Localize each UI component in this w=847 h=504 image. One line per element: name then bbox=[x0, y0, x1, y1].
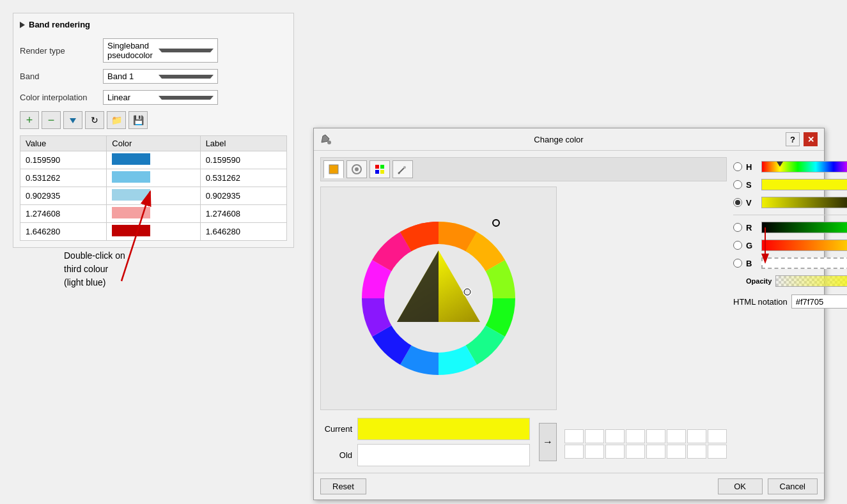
save-button[interactable]: 💾 bbox=[128, 111, 148, 129]
color-interp-value: Linear bbox=[107, 93, 156, 102]
opacity-slider[interactable] bbox=[775, 275, 847, 287]
b-radio[interactable] bbox=[733, 259, 742, 268]
r-radio[interactable] bbox=[733, 223, 742, 232]
s-radio[interactable] bbox=[733, 180, 742, 189]
slider-divider bbox=[733, 215, 847, 215]
b-slider-row: B 5 ▲ ▼ bbox=[733, 256, 847, 270]
v-slider[interactable] bbox=[761, 197, 847, 208]
table-cell-value: 1.274608 bbox=[20, 205, 107, 223]
preview-labels-swatches: Current Old bbox=[320, 418, 530, 466]
g-radio[interactable] bbox=[733, 241, 742, 250]
v-radio[interactable] bbox=[733, 198, 742, 207]
tab-square[interactable] bbox=[323, 160, 344, 178]
r-slider[interactable] bbox=[761, 222, 847, 233]
old-row: Old bbox=[320, 444, 530, 466]
table-cell-label: 0.902935 bbox=[200, 187, 286, 205]
svg-point-13 bbox=[398, 172, 400, 174]
swatch-cell[interactable] bbox=[667, 429, 686, 443]
color-interp-label: Color interpolation bbox=[20, 93, 103, 102]
tab-wheel[interactable] bbox=[346, 160, 367, 178]
help-button[interactable]: ? bbox=[786, 132, 800, 146]
b-slider[interactable] bbox=[761, 257, 847, 269]
svg-rect-4 bbox=[329, 165, 338, 174]
color-interp-select[interactable]: Linear bbox=[103, 90, 218, 105]
dialog-body: Current Old → bbox=[314, 151, 824, 473]
section-title: Band rendering bbox=[29, 20, 90, 29]
color-interp-row: Color interpolation Linear bbox=[20, 90, 287, 105]
swatch-cell[interactable] bbox=[605, 445, 625, 459]
svg-point-18 bbox=[493, 220, 499, 226]
current-swatch bbox=[357, 418, 530, 440]
swatch-cell[interactable] bbox=[585, 429, 604, 443]
tab-picker[interactable] bbox=[392, 160, 413, 178]
cancel-button[interactable]: Cancel bbox=[768, 478, 818, 494]
swatch-cell[interactable] bbox=[646, 429, 665, 443]
color-swatch bbox=[112, 153, 150, 165]
dialog-right: H 60° ▲ ▼ S 98% ▲ ▼ bbox=[733, 157, 847, 466]
table-cell-color bbox=[107, 151, 200, 169]
band-value: Band 1 bbox=[107, 72, 156, 81]
swatch-cell[interactable] bbox=[646, 445, 665, 459]
render-type-label: Render type bbox=[20, 46, 103, 56]
swatch-cell[interactable] bbox=[626, 429, 645, 443]
swatch-cell[interactable] bbox=[626, 445, 645, 459]
swatch-cell[interactable] bbox=[708, 429, 727, 443]
collapse-icon[interactable] bbox=[20, 22, 25, 28]
svg-rect-7 bbox=[375, 165, 379, 169]
swatch-cell[interactable] bbox=[687, 445, 706, 459]
remove-button[interactable]: − bbox=[42, 111, 61, 129]
sort-button[interactable] bbox=[63, 111, 82, 129]
table-cell-value: 0.531262 bbox=[20, 169, 107, 187]
col-label: Label bbox=[200, 136, 286, 151]
h-radio[interactable] bbox=[733, 162, 742, 171]
table-cell-label: 0.531262 bbox=[200, 169, 286, 187]
current-row: Current bbox=[320, 418, 530, 440]
swatch-cell[interactable] bbox=[564, 445, 584, 459]
close-button[interactable]: ✕ bbox=[804, 132, 818, 146]
dialog-title: Change color bbox=[332, 135, 786, 144]
dialog-footer: Reset OK Cancel bbox=[314, 473, 824, 500]
color-wheel-container[interactable] bbox=[320, 187, 557, 410]
html-notation-input[interactable] bbox=[791, 294, 847, 309]
swatch-cell[interactable] bbox=[605, 429, 625, 443]
swatch-cell[interactable] bbox=[687, 429, 706, 443]
v-label: V bbox=[746, 198, 758, 208]
add-button[interactable]: + bbox=[20, 111, 39, 129]
swatch-cell[interactable] bbox=[564, 429, 584, 443]
render-type-select[interactable]: Singleband pseudocolor bbox=[103, 38, 218, 63]
table-row[interactable]: 0.1595900.159590 bbox=[20, 151, 287, 169]
b-label: B bbox=[746, 259, 758, 268]
old-label: Old bbox=[320, 450, 352, 460]
open-button[interactable]: 📁 bbox=[107, 111, 126, 129]
h-slider[interactable] bbox=[761, 161, 847, 172]
tab-grid[interactable] bbox=[369, 160, 390, 178]
swatches-grid bbox=[564, 429, 727, 459]
ok-button[interactable]: OK bbox=[718, 478, 763, 494]
r-label: R bbox=[746, 223, 758, 233]
section-header: Band rendering bbox=[20, 20, 287, 29]
annotation-arrow bbox=[109, 179, 173, 294]
svg-rect-9 bbox=[375, 170, 379, 174]
reset-button[interactable]: Reset bbox=[320, 478, 366, 494]
s-slider-row: S 98% ▲ ▼ bbox=[733, 178, 847, 192]
copy-color-button[interactable]: → bbox=[539, 423, 557, 461]
band-dropdown-icon bbox=[159, 75, 214, 79]
refresh-button[interactable]: ↻ bbox=[85, 111, 104, 129]
table-cell-label: 1.646280 bbox=[200, 223, 286, 241]
color-interp-dropdown-icon bbox=[159, 96, 214, 100]
s-slider[interactable] bbox=[761, 179, 847, 190]
table-cell-label: 1.274608 bbox=[200, 205, 286, 223]
old-swatch bbox=[357, 444, 530, 466]
swatch-cell[interactable] bbox=[667, 445, 686, 459]
table-cell-value: 1.646280 bbox=[20, 223, 107, 241]
table-cell-value: 0.902935 bbox=[20, 187, 107, 205]
title-left bbox=[320, 134, 332, 145]
dialog-titlebar: Change color ? ✕ bbox=[314, 128, 824, 151]
swatch-cell[interactable] bbox=[708, 445, 727, 459]
band-select[interactable]: Band 1 bbox=[103, 69, 218, 84]
swatch-cell[interactable] bbox=[585, 445, 604, 459]
g-slider[interactable] bbox=[761, 240, 847, 251]
render-type-value: Singleband pseudocolor bbox=[107, 41, 156, 60]
band-label: Band bbox=[20, 72, 103, 81]
toolbar: + − ↻ 📁 💾 bbox=[20, 111, 287, 129]
